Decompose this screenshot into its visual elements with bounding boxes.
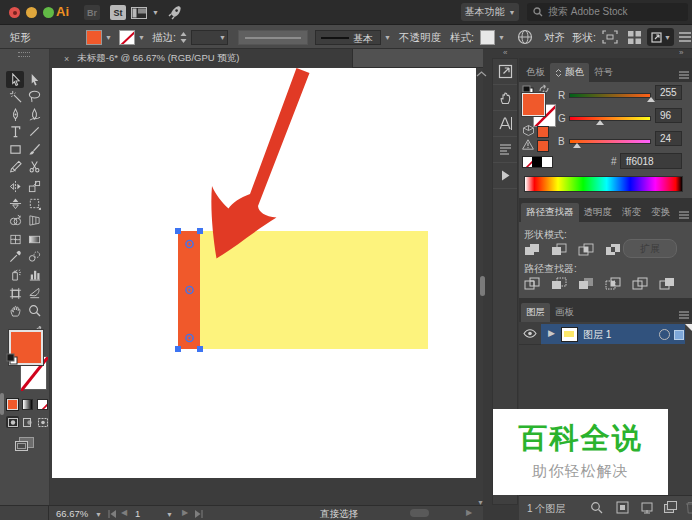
horizontal-scrollbar[interactable] [410, 509, 429, 517]
arrange-documents-icon[interactable] [628, 31, 641, 44]
document-tab[interactable]: × 未标题-6* @ 66.67% (RGB/GPU 预览) [50, 49, 353, 68]
zoom-tool[interactable] [25, 302, 43, 319]
pathfinder-trim-button[interactable] [550, 276, 567, 291]
slider-handle[interactable] [573, 143, 581, 148]
slice-tool[interactable] [25, 285, 43, 302]
tab-渐变[interactable]: 渐变 [617, 203, 646, 222]
chevron-down-icon[interactable]: ▼ [498, 34, 505, 41]
layer-name[interactable]: 图层 1 [583, 328, 611, 342]
eye-icon[interactable] [523, 329, 537, 338]
shape-mode-unite-button[interactable] [523, 242, 540, 257]
shape-mode-exclude-button[interactable] [604, 242, 621, 257]
artboard[interactable] [52, 68, 476, 478]
panel-options-button[interactable]: ▼ [647, 28, 674, 46]
color-button[interactable] [7, 399, 18, 410]
list-menu-icon[interactable] [679, 31, 691, 43]
tab-符号[interactable]: 符号 [589, 63, 618, 82]
opacity-label[interactable]: 不透明度 [399, 31, 441, 45]
fill-color-swatch[interactable] [86, 30, 102, 45]
layer-target-circle[interactable] [659, 329, 670, 340]
none-button[interactable] [37, 399, 48, 410]
tab-颜色[interactable]: 颜色 [550, 63, 589, 82]
zoom-window-button[interactable] [43, 7, 54, 18]
scissors-tool[interactable] [25, 158, 43, 175]
character-panel-button[interactable] [493, 111, 517, 137]
align-label[interactable]: 对齐 [544, 31, 565, 45]
previous-artboard-icon[interactable]: ◀ [121, 508, 127, 517]
tab-画板[interactable]: 画板 [550, 303, 579, 322]
pathfinder-minus-back-button[interactable] [658, 276, 675, 291]
channel-slider-R[interactable] [569, 93, 651, 98]
shape-mode-minus-front-button[interactable] [550, 242, 567, 257]
expand-dock-icon[interactable]: » [679, 48, 682, 57]
gradient-button[interactable] [22, 399, 33, 410]
chevron-down-icon[interactable]: ▼ [152, 9, 159, 16]
channel-value-B[interactable]: 24 [655, 131, 682, 146]
chevron-down-icon[interactable]: ▼ [166, 511, 173, 518]
workspace-dropdown[interactable]: 基本功能 ▼ [461, 3, 519, 21]
recolor-artwork-icon[interactable] [517, 29, 533, 45]
red-arrow-shape[interactable] [211, 68, 309, 259]
channel-slider-G[interactable] [569, 116, 651, 121]
symbol-sprayer-tool[interactable] [6, 266, 24, 283]
last-artboard-icon[interactable] [194, 510, 203, 518]
artboard-number-field[interactable]: 1 [135, 508, 140, 519]
tab-图层[interactable]: 图层 [521, 303, 550, 322]
export-panel-button[interactable] [493, 59, 517, 85]
hand-tool[interactable] [6, 302, 24, 319]
first-artboard-icon[interactable] [108, 510, 117, 518]
lasso-tool[interactable] [25, 88, 43, 105]
clipping-mask-icon[interactable] [616, 501, 629, 514]
close-tab-icon[interactable]: × [64, 54, 69, 64]
chevron-down-icon[interactable]: ▼ [219, 34, 226, 41]
shape-mode-intersect-button[interactable] [577, 242, 594, 257]
bridge-badge[interactable]: Br [84, 5, 100, 20]
style-swatch[interactable] [480, 30, 495, 45]
actions-panel-button[interactable] [493, 163, 517, 189]
rocket-icon[interactable] [168, 5, 182, 20]
shape-properties-icon[interactable] [602, 30, 618, 44]
graph-tool[interactable] [25, 266, 43, 283]
width-tool[interactable] [6, 195, 24, 212]
free-transform-tool[interactable] [25, 195, 43, 212]
tab-色板[interactable]: 色板 [521, 63, 550, 82]
artboard-tool[interactable] [6, 285, 24, 302]
pathfinder-outline-button[interactable] [631, 276, 648, 291]
white-swatch[interactable] [542, 156, 553, 168]
scroll-right-icon[interactable]: ▶ [466, 508, 472, 517]
mesh-tool[interactable] [6, 231, 24, 248]
visibility-column[interactable] [519, 324, 541, 345]
toolbar-edge-handle[interactable] [0, 393, 4, 415]
close-window-button[interactable] [9, 7, 20, 18]
shaper-panel-button[interactable] [493, 85, 517, 111]
pencil-tool[interactable] [6, 158, 24, 175]
pathfinder-divide-button[interactable] [523, 276, 540, 291]
divider-chevron-icon[interactable] [476, 71, 487, 77]
pathfinder-crop-button[interactable] [604, 276, 621, 291]
curvature-tool[interactable] [25, 106, 43, 123]
eyedropper-tool[interactable] [6, 248, 24, 265]
channel-value-G[interactable]: 96 [655, 108, 682, 123]
pathfinder-merge-button[interactable] [577, 276, 594, 291]
rotate-tool[interactable] [6, 178, 24, 195]
rectangle-tool[interactable] [6, 141, 24, 158]
color-spectrum-bar[interactable] [524, 176, 683, 192]
chevron-down-icon[interactable]: ▼ [384, 34, 391, 41]
default-fill-stroke-icon[interactable] [6, 353, 18, 365]
stroke-weight-stepper[interactable] [180, 32, 187, 43]
tab-透明度[interactable]: 透明度 [579, 203, 618, 222]
magic-wand-tool[interactable] [6, 88, 24, 105]
panel-menu-icon[interactable] [679, 65, 689, 82]
line-tool[interactable] [25, 123, 43, 140]
new-layer-icon[interactable] [663, 501, 677, 514]
selection-tool[interactable] [6, 71, 24, 88]
new-sublayer-icon[interactable] [640, 501, 654, 514]
layer-selection-indicator[interactable] [674, 330, 684, 340]
stock-badge[interactable]: St [110, 5, 126, 20]
draw-normal-mode-button[interactable] [6, 416, 19, 428]
channel-slider-B[interactable] [569, 139, 651, 144]
type-tool[interactable] [6, 123, 24, 140]
minimize-window-button[interactable] [26, 7, 37, 18]
web-color-swatch[interactable] [537, 126, 549, 138]
layer-thumbnail[interactable] [561, 327, 578, 342]
